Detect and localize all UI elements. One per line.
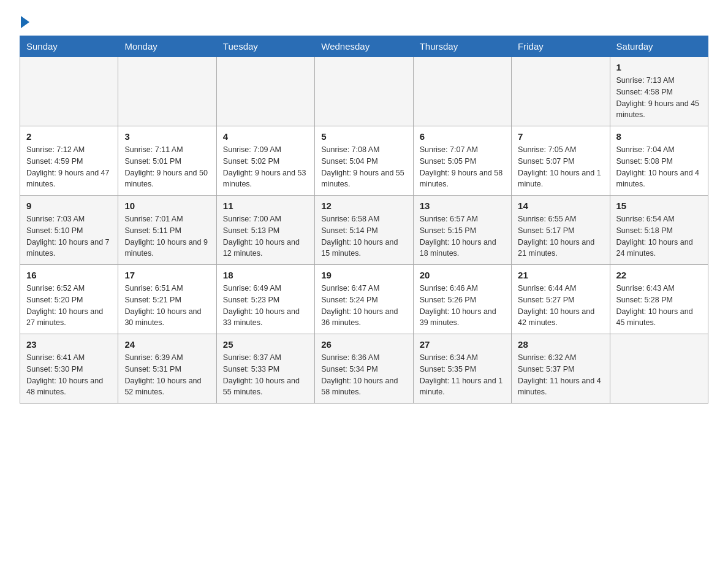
weekday-header-sunday: Sunday <box>20 36 118 57</box>
calendar-header-row: SundayMondayTuesdayWednesdayThursdayFrid… <box>20 36 708 57</box>
day-number: 25 <box>223 339 308 350</box>
calendar-day-cell: 12Sunrise: 6:58 AM Sunset: 5:14 PM Dayli… <box>315 196 413 265</box>
day-number: 2 <box>26 131 112 142</box>
day-info: Sunrise: 7:05 AM Sunset: 5:07 PM Dayligh… <box>518 144 603 190</box>
day-info: Sunrise: 7:07 AM Sunset: 5:05 PM Dayligh… <box>420 144 505 190</box>
calendar-day-cell <box>315 57 413 126</box>
day-info: Sunrise: 6:47 AM Sunset: 5:24 PM Dayligh… <box>321 283 406 329</box>
day-number: 4 <box>223 131 308 142</box>
calendar-day-cell: 16Sunrise: 6:52 AM Sunset: 5:20 PM Dayli… <box>20 265 118 334</box>
calendar-week-row: 23Sunrise: 6:41 AM Sunset: 5:30 PM Dayli… <box>20 334 708 404</box>
calendar-day-cell: 28Sunrise: 6:32 AM Sunset: 5:37 PM Dayli… <box>512 334 610 404</box>
day-number: 24 <box>124 339 210 350</box>
day-number: 26 <box>321 339 406 350</box>
weekday-header-saturday: Saturday <box>610 36 708 57</box>
day-info: Sunrise: 6:52 AM Sunset: 5:20 PM Dayligh… <box>26 283 112 329</box>
calendar-day-cell <box>512 57 610 126</box>
calendar-day-cell: 23Sunrise: 6:41 AM Sunset: 5:30 PM Dayli… <box>20 334 118 404</box>
day-info: Sunrise: 6:46 AM Sunset: 5:26 PM Dayligh… <box>420 283 505 329</box>
calendar-day-cell <box>610 334 708 404</box>
day-number: 1 <box>616 62 702 72</box>
day-number: 16 <box>26 270 112 280</box>
weekday-header-thursday: Thursday <box>413 36 511 57</box>
day-info: Sunrise: 6:54 AM Sunset: 5:18 PM Dayligh… <box>616 213 702 259</box>
calendar-day-cell <box>118 57 216 126</box>
day-info: Sunrise: 7:11 AM Sunset: 5:01 PM Dayligh… <box>124 144 210 190</box>
calendar-day-cell <box>20 57 118 126</box>
day-info: Sunrise: 7:04 AM Sunset: 5:08 PM Dayligh… <box>616 144 702 190</box>
calendar-day-cell: 9Sunrise: 7:03 AM Sunset: 5:10 PM Daylig… <box>20 196 118 265</box>
calendar-day-cell: 5Sunrise: 7:08 AM Sunset: 5:04 PM Daylig… <box>315 126 413 196</box>
day-number: 17 <box>124 270 210 280</box>
day-info: Sunrise: 6:41 AM Sunset: 5:30 PM Dayligh… <box>26 352 112 398</box>
calendar-week-row: 9Sunrise: 7:03 AM Sunset: 5:10 PM Daylig… <box>20 196 708 265</box>
calendar-day-cell: 10Sunrise: 7:01 AM Sunset: 5:11 PM Dayli… <box>118 196 216 265</box>
calendar-day-cell: 7Sunrise: 7:05 AM Sunset: 5:07 PM Daylig… <box>512 126 610 196</box>
day-number: 11 <box>223 201 308 211</box>
day-info: Sunrise: 6:36 AM Sunset: 5:34 PM Dayligh… <box>321 352 406 398</box>
weekday-header-friday: Friday <box>512 36 610 57</box>
calendar-day-cell: 24Sunrise: 6:39 AM Sunset: 5:31 PM Dayli… <box>118 334 216 404</box>
calendar-day-cell: 20Sunrise: 6:46 AM Sunset: 5:26 PM Dayli… <box>413 265 511 334</box>
day-number: 19 <box>321 270 406 280</box>
day-number: 28 <box>518 339 603 350</box>
calendar-day-cell <box>216 57 314 126</box>
calendar-day-cell: 14Sunrise: 6:55 AM Sunset: 5:17 PM Dayli… <box>512 196 610 265</box>
day-number: 13 <box>420 201 505 211</box>
day-info: Sunrise: 7:08 AM Sunset: 5:04 PM Dayligh… <box>321 144 406 190</box>
day-info: Sunrise: 6:34 AM Sunset: 5:35 PM Dayligh… <box>420 352 505 398</box>
calendar-day-cell: 8Sunrise: 7:04 AM Sunset: 5:08 PM Daylig… <box>610 126 708 196</box>
calendar-day-cell: 4Sunrise: 7:09 AM Sunset: 5:02 PM Daylig… <box>216 126 314 196</box>
day-number: 21 <box>518 270 603 280</box>
calendar-week-row: 16Sunrise: 6:52 AM Sunset: 5:20 PM Dayli… <box>20 265 708 334</box>
day-number: 3 <box>124 131 210 142</box>
day-number: 15 <box>616 201 702 211</box>
day-info: Sunrise: 6:58 AM Sunset: 5:14 PM Dayligh… <box>321 213 406 259</box>
day-info: Sunrise: 6:32 AM Sunset: 5:37 PM Dayligh… <box>518 352 603 398</box>
weekday-header-monday: Monday <box>118 36 216 57</box>
day-number: 27 <box>420 339 505 350</box>
calendar-day-cell <box>413 57 511 126</box>
calendar-day-cell: 21Sunrise: 6:44 AM Sunset: 5:27 PM Dayli… <box>512 265 610 334</box>
calendar-day-cell: 13Sunrise: 6:57 AM Sunset: 5:15 PM Dayli… <box>413 196 511 265</box>
day-number: 5 <box>321 131 406 142</box>
day-info: Sunrise: 6:44 AM Sunset: 5:27 PM Dayligh… <box>518 283 603 329</box>
calendar-day-cell: 26Sunrise: 6:36 AM Sunset: 5:34 PM Dayli… <box>315 334 413 404</box>
day-info: Sunrise: 7:01 AM Sunset: 5:11 PM Dayligh… <box>124 213 210 259</box>
day-number: 6 <box>420 131 505 142</box>
calendar-day-cell: 18Sunrise: 6:49 AM Sunset: 5:23 PM Dayli… <box>216 265 314 334</box>
calendar-day-cell: 17Sunrise: 6:51 AM Sunset: 5:21 PM Dayli… <box>118 265 216 334</box>
weekday-header-wednesday: Wednesday <box>315 36 413 57</box>
day-info: Sunrise: 7:00 AM Sunset: 5:13 PM Dayligh… <box>223 213 308 259</box>
day-info: Sunrise: 7:12 AM Sunset: 4:59 PM Dayligh… <box>26 144 112 190</box>
day-number: 22 <box>616 270 702 280</box>
day-number: 14 <box>518 201 603 211</box>
logo-arrow-icon <box>21 16 29 28</box>
calendar-day-cell: 11Sunrise: 7:00 AM Sunset: 5:13 PM Dayli… <box>216 196 314 265</box>
day-info: Sunrise: 6:51 AM Sunset: 5:21 PM Dayligh… <box>124 283 210 329</box>
calendar-day-cell: 19Sunrise: 6:47 AM Sunset: 5:24 PM Dayli… <box>315 265 413 334</box>
day-info: Sunrise: 7:13 AM Sunset: 4:58 PM Dayligh… <box>616 75 702 121</box>
calendar-week-row: 1Sunrise: 7:13 AM Sunset: 4:58 PM Daylig… <box>20 57 708 126</box>
day-info: Sunrise: 7:03 AM Sunset: 5:10 PM Dayligh… <box>26 213 112 259</box>
logo <box>20 15 29 26</box>
day-info: Sunrise: 6:39 AM Sunset: 5:31 PM Dayligh… <box>124 352 210 398</box>
calendar-day-cell: 3Sunrise: 7:11 AM Sunset: 5:01 PM Daylig… <box>118 126 216 196</box>
day-number: 20 <box>420 270 505 280</box>
day-number: 8 <box>616 131 702 142</box>
calendar-table: SundayMondayTuesdayWednesdayThursdayFrid… <box>20 36 708 404</box>
calendar-day-cell: 27Sunrise: 6:34 AM Sunset: 5:35 PM Dayli… <box>413 334 511 404</box>
day-number: 23 <box>26 339 112 350</box>
calendar-day-cell: 1Sunrise: 7:13 AM Sunset: 4:58 PM Daylig… <box>610 57 708 126</box>
day-number: 7 <box>518 131 603 142</box>
day-number: 10 <box>124 201 210 211</box>
day-number: 12 <box>321 201 406 211</box>
calendar-day-cell: 2Sunrise: 7:12 AM Sunset: 4:59 PM Daylig… <box>20 126 118 196</box>
day-number: 18 <box>223 270 308 280</box>
day-info: Sunrise: 6:49 AM Sunset: 5:23 PM Dayligh… <box>223 283 308 329</box>
calendar-day-cell: 15Sunrise: 6:54 AM Sunset: 5:18 PM Dayli… <box>610 196 708 265</box>
calendar-week-row: 2Sunrise: 7:12 AM Sunset: 4:59 PM Daylig… <box>20 126 708 196</box>
day-info: Sunrise: 6:43 AM Sunset: 5:28 PM Dayligh… <box>616 283 702 329</box>
calendar-day-cell: 22Sunrise: 6:43 AM Sunset: 5:28 PM Dayli… <box>610 265 708 334</box>
calendar-day-cell: 25Sunrise: 6:37 AM Sunset: 5:33 PM Dayli… <box>216 334 314 404</box>
